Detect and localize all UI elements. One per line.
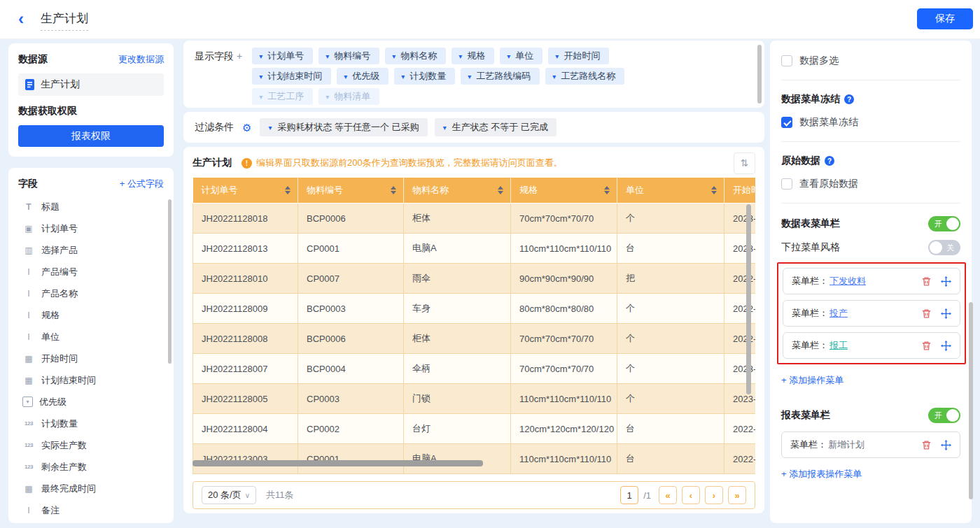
display-field-chip[interactable]: ▾ 物料名称 — [385, 48, 446, 64]
cell-plan-no: JH20221123003 — [193, 444, 298, 474]
field-item[interactable]: Ⅰ 产品名称 — [18, 283, 164, 304]
sort-carets-icon[interactable] — [498, 186, 503, 194]
filter-chip[interactable]: ▾ 采购耗材状态 等于任意一个 已采购 — [260, 118, 427, 136]
field-item[interactable]: ▦ 开始时间 — [18, 348, 164, 369]
field-label: 优先级 — [39, 396, 66, 408]
question-icon[interactable]: ? — [825, 156, 834, 166]
add-display-field-icon[interactable]: + — [237, 50, 242, 62]
change-datasource-link[interactable]: 更改数据源 — [118, 53, 164, 66]
menu-item-link[interactable]: 投产 — [830, 307, 848, 320]
add-formula-field-link[interactable]: + 公式字段 — [120, 178, 164, 190]
chevron-down-icon: ▾ — [443, 124, 447, 131]
settings-scrollbar[interactable] — [969, 302, 973, 499]
dropdown-style-toggle[interactable]: 关 — [928, 240, 960, 255]
column-header[interactable]: 单位 — [617, 178, 724, 204]
display-field-chip[interactable]: ▾ 工艺路线名称 — [545, 68, 624, 85]
display-field-chip[interactable]: ▾ 优先级 — [337, 68, 388, 85]
column-header[interactable]: 计划单号 — [193, 178, 298, 204]
delete-icon[interactable] — [921, 276, 932, 287]
fields-scrollbar[interactable] — [168, 199, 172, 364]
page-input[interactable]: 1 — [620, 486, 638, 504]
last-page-button[interactable]: » — [728, 486, 746, 504]
menu-item-link[interactable]: 报工 — [830, 339, 848, 352]
sort-carets-icon[interactable] — [391, 186, 396, 194]
sort-carets-icon[interactable] — [711, 186, 717, 194]
delete-icon[interactable] — [921, 440, 932, 450]
column-header[interactable]: 物料名称 — [404, 178, 511, 204]
field-item[interactable]: Ⅰ 规格 — [18, 304, 164, 326]
page-title[interactable]: 生产计划 — [41, 10, 88, 31]
document-icon — [25, 79, 35, 90]
menu-item-link[interactable]: 下发收料 — [830, 275, 866, 287]
checkbox[interactable] — [781, 55, 792, 66]
field-label: 备注 — [41, 504, 59, 517]
menu-freeze-checkbox-row[interactable]: 数据菜单冻结 — [781, 116, 960, 129]
menu-item: 菜单栏： 新增计划 — [781, 431, 960, 458]
chip-label: 计划数量 — [410, 70, 446, 83]
display-field-chip[interactable]: ▾ 开始时间 — [548, 48, 609, 64]
checkbox[interactable] — [781, 117, 792, 128]
menu-item: 菜单栏： 下发收料 — [783, 268, 960, 294]
filter-chip[interactable]: ▾ 生产状态 不等于 已完成 — [435, 118, 556, 136]
display-field-chip[interactable]: ▾ 单位 — [500, 48, 542, 64]
display-fields-scrollbar[interactable] — [757, 45, 762, 104]
raw-data-checkbox-row[interactable]: 查看原始数据 — [781, 178, 960, 190]
field-item[interactable]: ▾ 优先级 — [18, 391, 164, 413]
move-icon[interactable] — [941, 440, 951, 450]
field-item[interactable]: ▥ 选择产品 — [18, 239, 164, 261]
chevron-down-icon: ▾ — [392, 52, 396, 60]
field-item[interactable]: 123 计划数量 — [18, 413, 164, 434]
next-page-button[interactable]: › — [705, 486, 723, 504]
field-item[interactable]: 123 剩余生产数 — [18, 456, 164, 478]
checkbox[interactable] — [781, 178, 792, 190]
display-field-chip[interactable]: ▾ 物料清单 — [318, 88, 379, 105]
report-permission-button[interactable]: 报表权限 — [18, 125, 164, 147]
sort-carets-icon[interactable] — [604, 186, 610, 194]
prev-page-button[interactable]: ‹ — [682, 486, 700, 504]
chevron-down-icon: ▾ — [468, 73, 471, 80]
column-header[interactable]: 规格 — [511, 178, 617, 204]
gear-icon[interactable]: ⚙ — [242, 122, 251, 133]
move-icon[interactable] — [941, 308, 951, 319]
question-icon[interactable]: ? — [844, 94, 854, 104]
field-item[interactable]: Ⅰ 单位 — [18, 326, 164, 348]
display-field-chip[interactable]: ▾ 计划单号 — [252, 48, 313, 64]
add-report-action-menu-link[interactable]: + 添加报表操作菜单 — [781, 468, 960, 480]
save-button[interactable]: 保存 — [917, 8, 973, 29]
page-size-select[interactable]: 20 条/页 ∨ — [202, 486, 256, 504]
field-item[interactable]: Ⅰ 产品编号 — [18, 261, 164, 283]
report-menu-toggle[interactable]: 开 — [928, 408, 960, 423]
display-field-chip[interactable]: ▾ 工艺路线编码 — [461, 68, 540, 85]
delete-icon[interactable] — [921, 341, 932, 351]
table-row: JH20221123003 CP0001 电脑A 110cm*110cm*110… — [193, 444, 756, 474]
multi-select-checkbox-row[interactable]: 数据多选 — [781, 55, 960, 67]
display-field-chip[interactable]: ▾ 规格 — [451, 48, 494, 64]
table-horizontal-scrollbar[interactable] — [192, 460, 483, 466]
cell-spec: 80cm*80cm*80/80 — [511, 294, 617, 324]
datasource-item[interactable]: 生产计划 — [18, 73, 164, 96]
data-table-menu-toggle[interactable]: 开 — [928, 216, 960, 231]
delete-icon[interactable] — [921, 308, 932, 319]
back-icon[interactable]: ‹ — [18, 9, 24, 29]
add-action-menu-link[interactable]: + 添加操作菜单 — [781, 374, 960, 387]
menu-item-link[interactable]: 新增计划 — [828, 438, 864, 451]
sort-carets-icon[interactable] — [285, 186, 290, 194]
field-item[interactable]: ▦ 最终完成时间 — [18, 478, 164, 499]
display-field-chip[interactable]: ▾ 计划结束时间 — [252, 68, 331, 85]
display-field-chip[interactable]: ▾ 工艺工序 — [252, 88, 313, 105]
display-field-chip[interactable]: ▾ 计划数量 — [394, 68, 455, 85]
field-item[interactable]: T 标题 — [18, 196, 164, 217]
field-item[interactable]: 123 实际生产数 — [18, 434, 164, 456]
move-icon[interactable] — [941, 276, 951, 287]
first-page-button[interactable]: « — [659, 486, 677, 504]
fields-title: 字段 — [18, 178, 38, 190]
field-item[interactable]: ▣ 计划单号 — [18, 217, 164, 239]
move-icon[interactable] — [941, 341, 951, 351]
row-order-icon-button[interactable]: ⇅ — [734, 152, 755, 174]
column-header[interactable]: 开始时间 — [724, 178, 756, 204]
field-item[interactable]: Ⅰ 备注 — [18, 499, 164, 521]
display-field-chip[interactable]: ▾ 物料编号 — [318, 48, 379, 64]
field-item[interactable]: ▦ 计划结束时间 — [18, 369, 164, 391]
column-header[interactable]: 物料编号 — [298, 178, 404, 204]
table-vertical-scrollbar[interactable] — [746, 204, 751, 394]
